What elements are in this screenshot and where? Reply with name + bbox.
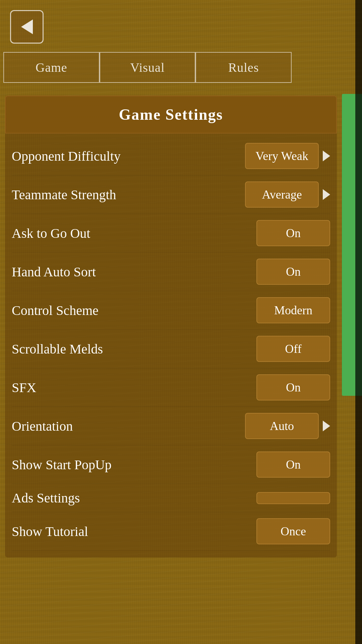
setting-label-ads-settings: Ads Settings — [12, 490, 80, 506]
setting-value-container-show-tutorial: Once — [256, 518, 330, 544]
setting-row-sfx: SFXOn — [12, 368, 330, 407]
setting-label-hand-auto-sort: Hand Auto Sort — [12, 264, 96, 280]
setting-value-container-sfx: On — [256, 374, 330, 400]
setting-row-show-start-popup: Show Start PopUpOn — [12, 445, 330, 484]
setting-value-teammate-strength[interactable]: Average — [245, 181, 319, 208]
setting-value-container-hand-auto-sort: On — [256, 259, 330, 285]
arrow-icon-teammate-strength — [323, 189, 330, 200]
setting-value-container-ask-to-go-out: On — [256, 220, 330, 246]
setting-value-scrollable-melds[interactable]: Off — [256, 336, 330, 362]
setting-value-show-tutorial[interactable]: Once — [256, 518, 330, 544]
setting-value-opponent-difficulty[interactable]: Very Weak — [245, 143, 319, 169]
setting-value-orientation[interactable]: Auto — [245, 413, 319, 439]
setting-value-container-ads-settings — [256, 492, 330, 504]
setting-row-opponent-difficulty: Opponent DifficultyVery Weak — [12, 137, 330, 175]
setting-row-teammate-strength: Teammate StrengthAverage — [12, 175, 330, 214]
setting-value-ask-to-go-out[interactable]: On — [256, 220, 330, 246]
arrow-icon-opponent-difficulty — [323, 151, 330, 161]
setting-row-show-tutorial: Show TutorialOnce — [12, 512, 330, 551]
setting-row-ask-to-go-out: Ask to Go OutOn — [12, 214, 330, 253]
setting-value-container-opponent-difficulty: Very Weak — [245, 143, 330, 169]
main-container: Game Visual Rules Game Settings Opponent… — [0, 0, 362, 644]
setting-row-hand-auto-sort: Hand Auto SortOn — [12, 253, 330, 291]
back-arrow-icon — [21, 19, 33, 34]
setting-value-container-show-start-popup: On — [256, 451, 330, 478]
tab-game[interactable]: Game — [3, 52, 100, 83]
setting-label-ask-to-go-out: Ask to Go Out — [12, 225, 90, 241]
setting-value-sfx[interactable]: On — [256, 374, 330, 400]
tab-visual[interactable]: Visual — [100, 52, 196, 83]
setting-value-container-control-scheme: Modern — [256, 297, 330, 323]
settings-header: Game Settings — [5, 96, 337, 133]
settings-panel: Game Settings Opponent DifficultyVery We… — [5, 96, 337, 557]
arrow-icon-orientation — [323, 421, 330, 431]
setting-value-container-orientation: Auto — [245, 413, 330, 439]
setting-value-control-scheme[interactable]: Modern — [256, 297, 330, 323]
setting-value-ads-settings[interactable] — [256, 492, 330, 504]
setting-row-control-scheme: Control SchemeModern — [12, 291, 330, 330]
tab-bar: Game Visual Rules — [0, 52, 292, 83]
black-strip — [355, 0, 362, 644]
setting-row-ads-settings: Ads Settings — [12, 484, 330, 512]
setting-row-scrollable-melds: Scrollable MeldsOff — [12, 330, 330, 368]
setting-value-hand-auto-sort[interactable]: On — [256, 259, 330, 285]
setting-label-control-scheme: Control Scheme — [12, 303, 99, 318]
setting-label-sfx: SFX — [12, 380, 36, 395]
setting-value-container-teammate-strength: Average — [245, 181, 330, 208]
setting-label-show-tutorial: Show Tutorial — [12, 524, 88, 539]
setting-label-orientation: Orientation — [12, 418, 73, 434]
setting-label-opponent-difficulty: Opponent Difficulty — [12, 148, 121, 164]
setting-value-container-scrollable-melds: Off — [256, 336, 330, 362]
setting-row-orientation: OrientationAuto — [12, 407, 330, 445]
setting-label-scrollable-melds: Scrollable Melds — [12, 341, 103, 357]
setting-value-show-start-popup[interactable]: On — [256, 451, 330, 478]
setting-label-teammate-strength: Teammate Strength — [12, 187, 116, 203]
setting-label-show-start-popup: Show Start PopUp — [12, 457, 112, 473]
tab-rules[interactable]: Rules — [195, 52, 292, 83]
back-button[interactable] — [10, 10, 44, 44]
settings-list: Opponent DifficultyVery WeakTeammate Str… — [5, 133, 337, 557]
